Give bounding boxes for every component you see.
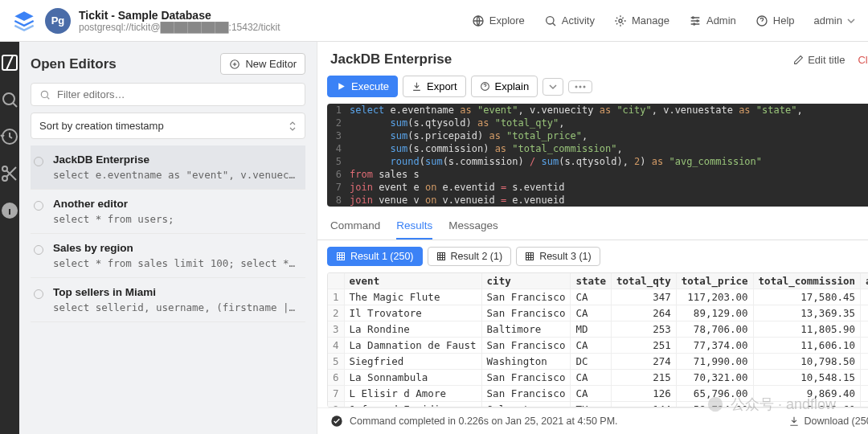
svg-rect-20: [526, 253, 534, 260]
db-info: Tickit - Sample Database postgresql://ti…: [79, 9, 280, 33]
nav-admin[interactable]: Admin: [689, 14, 736, 27]
editors-panel-title: Open Editors: [31, 56, 117, 72]
table-icon: [336, 252, 346, 261]
svg-point-4: [697, 20, 698, 22]
tab-command[interactable]: Command: [330, 219, 380, 240]
row-number: 6: [328, 370, 344, 386]
rail-search-icon[interactable]: [0, 90, 19, 109]
table-icon: [525, 252, 534, 261]
result-tab[interactable]: Result 1 (250): [327, 247, 423, 266]
column-header[interactable]: total_qty: [612, 273, 677, 289]
db-engine-badge: Pg: [45, 8, 71, 34]
table-row[interactable]: 7 L Elisir d AmoreSan FranciscoCA 12665,…: [328, 386, 868, 402]
table-row[interactable]: 2 Il TrovatoreSan FranciscoCA 26489,129.…: [328, 305, 868, 321]
editor-list-item[interactable]: Top sellers in Miami select sellerid, us…: [31, 278, 305, 322]
svg-point-15: [575, 85, 578, 88]
row-number: 4: [328, 338, 344, 354]
column-header[interactable]: state: [571, 273, 612, 289]
workspace: JackDB Enterprise Edit title Close Execu…: [317, 42, 868, 434]
sort-arrows-icon: [289, 121, 297, 131]
nav-explore[interactable]: Explore: [472, 14, 525, 27]
filter-editors-input[interactable]: [57, 88, 297, 100]
rail-editors-icon[interactable]: [0, 53, 19, 72]
more-actions-button[interactable]: [568, 80, 592, 93]
nav-help[interactable]: Help: [755, 14, 795, 27]
download-results-button[interactable]: Download (250 rows): [788, 416, 868, 427]
tab-results[interactable]: Results: [396, 219, 432, 240]
topbar: Pg Tickit - Sample Database postgresql:/…: [0, 0, 868, 42]
row-number: 8: [328, 402, 344, 408]
column-header[interactable]: city: [481, 273, 571, 289]
column-header[interactable]: event: [344, 273, 481, 289]
editor-title: JackDB Enterprise: [330, 51, 452, 68]
app-logo-icon[interactable]: [13, 10, 35, 32]
editor-item-preview: select e.eventname as "event", v.venueci…: [53, 169, 299, 181]
rail-history-icon[interactable]: [0, 127, 19, 146]
svg-point-17: [583, 85, 586, 88]
close-editor-button[interactable]: Close: [858, 54, 868, 66]
editor-list-item[interactable]: Another editor select * from users;: [31, 190, 305, 234]
editor-radio-icon: [34, 157, 43, 166]
nav-activity[interactable]: Activity: [544, 14, 595, 27]
svg-rect-18: [338, 253, 345, 260]
nav-manage[interactable]: Manage: [614, 14, 669, 27]
execute-button[interactable]: Execute: [327, 76, 398, 97]
svg-point-5: [694, 23, 695, 25]
editor-toolbar: Execute Export Explain: [317, 76, 868, 104]
edit-title-button[interactable]: Edit title: [793, 54, 845, 66]
row-number: 3: [328, 321, 344, 338]
editor-list-item[interactable]: JackDB Enterprise select e.eventname as …: [31, 145, 305, 190]
editors-list: JackDB Enterprise select e.eventname as …: [31, 145, 305, 423]
result-tab[interactable]: Result 2 (1): [428, 247, 512, 266]
results-grid[interactable]: eventcitystatetotal_qtytotal_pricetotal_…: [327, 272, 868, 407]
svg-point-2: [619, 19, 622, 23]
left-rail: [0, 42, 19, 434]
table-row[interactable]: 5 SiegfriedWashingtonDC 27471,990.0010,7…: [328, 354, 868, 370]
editor-radio-icon: [34, 289, 43, 299]
explain-button[interactable]: Explain: [471, 76, 538, 97]
table-row[interactable]: 8 Orfeo ed EuridiceGalvestonTX 14458,724…: [328, 402, 868, 408]
editor-item-name: JackDB Enterprise: [53, 154, 299, 166]
column-header[interactable]: total_commission: [753, 273, 860, 289]
sort-editors-select[interactable]: Sort by creation timestamp: [31, 113, 305, 139]
table-row[interactable]: 1 The Magic FluteSan FranciscoCA 347117,…: [328, 289, 868, 305]
editor-item-preview: select * from users;: [53, 213, 299, 225]
editor-list-item[interactable]: Sales by region select * from sales limi…: [31, 234, 305, 278]
editor-item-preview: select sellerid, username, (firstname ||…: [53, 301, 299, 313]
table-row[interactable]: 6 La SonnambulaSan FranciscoCA 21570,321…: [328, 370, 868, 386]
table-row[interactable]: 4 La Damnation de FaustSan FranciscoCA 2…: [328, 338, 868, 354]
sql-editor[interactable]: 1select e.eventname as "event", v.venuec…: [327, 104, 868, 207]
result-tab[interactable]: Result 3 (1): [516, 247, 600, 266]
chevron-down-icon: [549, 83, 557, 91]
row-number: 7: [328, 386, 344, 402]
editor-radio-icon: [34, 245, 43, 255]
column-header[interactable]: avg_c: [861, 273, 868, 289]
export-button[interactable]: Export: [403, 76, 466, 97]
editors-panel: Open Editors New Editor Sort by creation…: [19, 42, 317, 434]
editor-radio-icon: [34, 201, 43, 211]
tab-messages[interactable]: Messages: [448, 219, 498, 240]
svg-point-3: [692, 17, 694, 18]
download-icon: [788, 416, 800, 427]
svg-point-16: [579, 85, 582, 88]
success-check-icon: [330, 415, 343, 428]
explain-dropdown-button[interactable]: [542, 78, 563, 96]
table-row[interactable]: 3 La RondineBaltimoreMD 25378,706.0011,8…: [328, 321, 868, 338]
editor-item-name: Top sellers in Miami: [53, 286, 299, 298]
svg-point-13: [41, 91, 47, 97]
editor-item-name: Sales by region: [53, 242, 299, 254]
result-set-tabs: Result 1 (250)Result 2 (1)Result 3 (1): [317, 240, 868, 272]
status-text: Command completed in 0.226s on Jan 25, 2…: [350, 416, 618, 427]
rail-info-icon[interactable]: [0, 201, 19, 220]
new-editor-button[interactable]: New Editor: [220, 53, 305, 75]
user-menu[interactable]: admin: [814, 14, 855, 27]
filter-editors-input-wrap[interactable]: [31, 83, 305, 106]
svg-point-8: [3, 93, 14, 104]
search-icon: [39, 89, 51, 100]
db-title: Tickit - Sample Database: [79, 9, 280, 22]
db-connection-string: postgresql://tickit@██████████:15432/tic…: [79, 22, 280, 33]
status-bar: Command completed in 0.226s on Jan 25, 2…: [317, 407, 868, 434]
row-number: 1: [328, 289, 344, 305]
column-header[interactable]: total_price: [676, 273, 753, 289]
rail-scissors-icon[interactable]: [0, 164, 19, 183]
